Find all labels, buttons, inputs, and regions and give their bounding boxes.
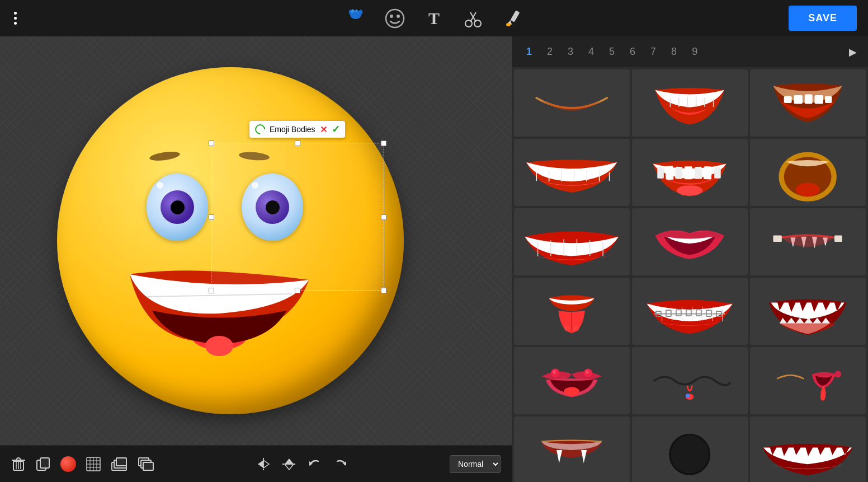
- blend-mode-select[interactable]: Normal Multiply Screen Overlay Darken Li…: [450, 455, 501, 473]
- mouth-15[interactable]: [750, 347, 866, 414]
- svg-point-97: [564, 387, 580, 396]
- page-9[interactable]: 9: [688, 44, 701, 60]
- svg-point-103: [686, 394, 690, 397]
- svg-rect-47: [815, 95, 823, 104]
- svg-rect-78: [834, 235, 842, 242]
- pupil-left: [161, 190, 194, 224]
- emoji-container[interactable]: Emoji Bodies ✕ ✓: [46, 56, 415, 425]
- confirm-selection-button[interactable]: ✓: [332, 123, 340, 135]
- mouth-17[interactable]: [632, 417, 748, 482]
- svg-point-80: [564, 325, 570, 331]
- menu-button[interactable]: [11, 9, 20, 27]
- page-4[interactable]: 4: [585, 44, 597, 60]
- layer-down-button[interactable]: [138, 457, 154, 471]
- page-1[interactable]: 1: [523, 44, 535, 60]
- toolbar-center: T: [345, 7, 523, 30]
- handle-bottom-left[interactable]: [209, 288, 214, 293]
- svg-rect-45: [794, 95, 803, 104]
- copy-button[interactable]: [36, 457, 50, 471]
- undo-button[interactable]: [307, 457, 323, 471]
- svg-point-81: [573, 325, 579, 331]
- mouth-10[interactable]: [514, 278, 630, 345]
- bottom-tools-left: [11, 456, 154, 472]
- svg-point-109: [671, 436, 709, 474]
- svg-point-3: [397, 15, 400, 18]
- mouth-18[interactable]: [750, 417, 866, 482]
- flip-vertical-button[interactable]: [281, 457, 297, 471]
- selection-box[interactable]: Emoji Bodies ✕ ✓: [211, 143, 384, 291]
- svg-marker-107: [581, 450, 587, 463]
- emoji-body: Emoji Bodies ✕ ✓: [46, 56, 415, 425]
- right-panel: ← MOUTHS 1 2 3 4 5 6 7 8 9 ▶: [512, 0, 868, 482]
- page-7[interactable]: 7: [647, 44, 659, 60]
- handle-top-right[interactable]: [381, 141, 386, 146]
- page-3[interactable]: 3: [564, 44, 577, 60]
- mouth-5[interactable]: [632, 139, 748, 206]
- save-button[interactable]: SAVE: [789, 6, 857, 31]
- svg-rect-58: [676, 167, 683, 179]
- svg-point-104: [834, 371, 841, 377]
- svg-rect-59: [685, 166, 692, 179]
- mouth-4[interactable]: [514, 139, 630, 206]
- toolbar-left: [11, 9, 20, 27]
- texture-button[interactable]: [86, 457, 101, 471]
- svg-point-1: [386, 10, 404, 27]
- page-6[interactable]: 6: [626, 44, 639, 60]
- delete-button[interactable]: [11, 457, 26, 471]
- redo-button[interactable]: [333, 457, 348, 471]
- svg-point-13: [205, 336, 233, 356]
- svg-rect-33: [143, 462, 153, 470]
- eye-left: [147, 174, 208, 241]
- svg-rect-30: [116, 458, 126, 466]
- mouth-2[interactable]: [632, 69, 748, 137]
- svg-rect-77: [773, 235, 782, 242]
- svg-rect-48: [825, 96, 832, 103]
- canvas-area: Emoji Bodies ✕ ✓: [0, 36, 512, 445]
- mouth-1[interactable]: [514, 69, 630, 137]
- rotate-icon[interactable]: [253, 122, 267, 136]
- mouth-13[interactable]: [514, 347, 630, 414]
- toolbar-right: SAVE: [789, 6, 857, 31]
- page-8[interactable]: 8: [668, 44, 680, 60]
- hair-tool[interactable]: [345, 7, 367, 30]
- svg-rect-20: [40, 458, 49, 468]
- mouth-11[interactable]: [632, 278, 748, 345]
- mouth-14[interactable]: [632, 347, 748, 414]
- text-tool[interactable]: T: [423, 7, 445, 30]
- handle-bottom-right[interactable]: [381, 288, 386, 293]
- mouth-8[interactable]: [632, 208, 748, 275]
- bottom-toolbar: Normal Multiply Screen Overlay Darken Li…: [0, 446, 512, 482]
- handle-middle-left[interactable]: [209, 214, 214, 220]
- flip-horizontal-button[interactable]: [256, 457, 271, 471]
- top-toolbar: T SAVE: [0, 0, 868, 36]
- color-button[interactable]: [60, 456, 76, 472]
- svg-rect-62: [714, 167, 721, 179]
- handle-middle-right[interactable]: [381, 214, 386, 220]
- handle-bottom-middle[interactable]: [295, 288, 300, 293]
- mouth-16[interactable]: [514, 417, 630, 482]
- selection-text: Emoji Bodies: [270, 125, 315, 134]
- page-5[interactable]: 5: [606, 44, 618, 60]
- mouth-12[interactable]: [750, 278, 866, 345]
- handle-top-left[interactable]: [209, 141, 214, 146]
- mouth-7[interactable]: [514, 208, 630, 275]
- emoji-face-tool[interactable]: [384, 7, 406, 30]
- mouths-grid: [512, 67, 868, 482]
- svg-marker-106: [556, 450, 562, 463]
- svg-rect-56: [658, 167, 664, 179]
- bottom-tools-center: [256, 457, 348, 471]
- svg-rect-61: [704, 166, 712, 180]
- cancel-selection-button[interactable]: ✕: [320, 124, 327, 135]
- handle-top-middle[interactable]: [295, 141, 300, 146]
- mouth-3[interactable]: [750, 69, 866, 137]
- layer-up-button[interactable]: [111, 457, 128, 471]
- page-2[interactable]: 2: [544, 44, 556, 60]
- mouth-9[interactable]: [750, 208, 866, 275]
- scissors-tool[interactable]: [462, 7, 484, 30]
- svg-point-101: [586, 370, 589, 373]
- next-page-button[interactable]: ▶: [849, 46, 857, 58]
- svg-point-100: [553, 370, 556, 373]
- mouth-6[interactable]: [750, 139, 866, 206]
- svg-point-10: [506, 23, 511, 26]
- paint-tool[interactable]: [501, 7, 523, 30]
